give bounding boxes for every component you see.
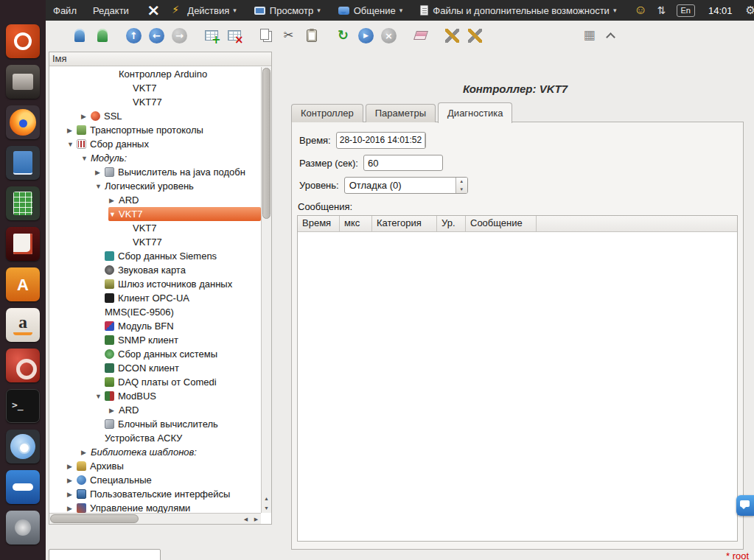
menu-file[interactable]: Файл bbox=[53, 5, 77, 16]
load-db-button[interactable] bbox=[69, 26, 89, 45]
calc-icon[interactable] bbox=[6, 186, 40, 220]
cut-button[interactable]: ✂ bbox=[279, 26, 299, 45]
expander-icon[interactable]: ▶ bbox=[66, 477, 77, 484]
combo-dropdown-icon[interactable]: ▾ bbox=[425, 133, 426, 148]
tree-item[interactable]: ▼ModBUS bbox=[94, 389, 261, 403]
tools-button-1[interactable] bbox=[442, 26, 462, 45]
collapse-toolbar-button[interactable] bbox=[601, 26, 621, 45]
expander-icon[interactable]: ▼ bbox=[94, 183, 105, 190]
column-header[interactable]: Сообщение bbox=[466, 216, 537, 231]
back-button[interactable]: ← bbox=[147, 26, 167, 45]
table-view-button[interactable]: ▦ bbox=[579, 26, 599, 45]
terminal-icon[interactable] bbox=[6, 389, 40, 423]
close-window-icon[interactable]: × bbox=[147, 2, 160, 18]
tree-item[interactable]: ▶Специальные bbox=[66, 473, 261, 487]
chat-bubble-button[interactable] bbox=[736, 495, 754, 516]
tree-item[interactable]: VKT7 bbox=[122, 221, 261, 235]
tree-item[interactable]: ▶Библиотека шаблонов: bbox=[80, 445, 261, 459]
spin-up-icon[interactable]: ▲ bbox=[456, 178, 467, 186]
start-button[interactable]: ▶ bbox=[356, 26, 376, 45]
refresh-button[interactable]: ↻ bbox=[333, 26, 353, 45]
expander-icon[interactable]: ▶ bbox=[108, 407, 119, 414]
spin-buttons[interactable]: ▲ ▼ bbox=[455, 178, 467, 193]
column-header[interactable]: мкс bbox=[340, 216, 372, 231]
clear-button[interactable] bbox=[411, 26, 430, 45]
settings-icon[interactable] bbox=[6, 349, 40, 382]
software-center-icon[interactable] bbox=[6, 267, 40, 301]
chromium-icon[interactable] bbox=[6, 430, 40, 463]
expander-icon[interactable]: ▶ bbox=[80, 449, 91, 456]
tree-item[interactable]: ▶ARD bbox=[108, 403, 261, 417]
tree-item[interactable]: ▶Управление модулями bbox=[66, 501, 261, 513]
tree-column-header[interactable]: Імя bbox=[49, 52, 271, 66]
expander-icon[interactable]: ▶ bbox=[66, 491, 77, 498]
expander-icon[interactable]: ▶ bbox=[80, 113, 91, 120]
forward-button[interactable]: → bbox=[170, 26, 189, 45]
tree-item[interactable]: ▼Логический уровень bbox=[94, 179, 261, 193]
menu-files-extra[interactable]: Файлы и дополнительные возможности▾ bbox=[420, 5, 616, 16]
menu-view[interactable]: Просмотр▾ bbox=[254, 5, 321, 16]
session-gear-icon[interactable]: ⚙ bbox=[746, 4, 754, 17]
tree-item[interactable]: ▶SSL bbox=[80, 109, 261, 123]
expander-icon[interactable]: ▶ bbox=[66, 463, 77, 470]
time-combobox[interactable]: 28-10-2016 14:01:52 ▾ bbox=[336, 132, 426, 149]
text-entry-indicator-icon[interactable]: ⇅ bbox=[657, 4, 666, 16]
level-spinbox[interactable]: Отладка (0) ▲ ▼ bbox=[344, 177, 468, 194]
tree-item[interactable]: DCON клиент bbox=[94, 361, 261, 375]
expander-icon[interactable]: ▶ bbox=[94, 169, 105, 176]
expander-icon[interactable]: ▶ bbox=[66, 127, 77, 134]
tree-item[interactable]: Звуковая карта bbox=[94, 263, 261, 277]
tree-item[interactable]: Клиент OPC-UA bbox=[94, 291, 261, 305]
tree-item[interactable]: ▶Пользовательские интерфейсы bbox=[66, 487, 261, 501]
tree-item[interactable]: Контроллер Arduino bbox=[108, 67, 261, 81]
scroll-left-icon[interactable]: ◀ bbox=[241, 514, 251, 524]
save-db-button[interactable] bbox=[92, 26, 112, 45]
firefox-icon[interactable] bbox=[6, 105, 40, 139]
smiley-indicator-icon[interactable]: ☺ bbox=[634, 3, 646, 18]
column-header[interactable]: Ур. bbox=[437, 216, 466, 231]
writer-icon[interactable] bbox=[6, 146, 40, 180]
tree-item[interactable]: Сбор данных Siemens bbox=[94, 249, 261, 263]
tree-item[interactable]: VKT77 bbox=[122, 235, 261, 249]
stop-button[interactable]: × bbox=[379, 26, 399, 45]
tree-item[interactable]: ▶Транспортные протоколы bbox=[66, 123, 261, 137]
expander-icon[interactable]: ▼ bbox=[108, 211, 119, 218]
size-input[interactable] bbox=[363, 155, 443, 171]
tree-item[interactable]: ▼Сбор данных bbox=[66, 137, 261, 151]
tree-item[interactable]: MMS(IEC-9506) bbox=[94, 305, 261, 319]
amazon-icon[interactable] bbox=[6, 308, 40, 342]
expander-icon[interactable]: ▼ bbox=[80, 155, 91, 162]
tab-parameters[interactable]: Параметры bbox=[366, 104, 436, 122]
scroll-right-icon[interactable]: ▶ bbox=[251, 514, 261, 524]
status-input[interactable] bbox=[49, 549, 161, 560]
tree-item[interactable]: Модуль BFN bbox=[94, 319, 261, 333]
tree-item[interactable]: VKT77 bbox=[122, 95, 261, 109]
paste-button[interactable] bbox=[301, 26, 321, 45]
copy-button[interactable] bbox=[256, 26, 276, 45]
impress-icon[interactable] bbox=[6, 227, 40, 261]
column-header[interactable]: Время bbox=[298, 216, 340, 231]
tree-item[interactable]: Сбор данных системы bbox=[94, 347, 261, 361]
tree-item[interactable]: ▶Архивы bbox=[66, 459, 261, 473]
scroll-up-icon[interactable]: ▲ bbox=[262, 494, 271, 503]
up-button[interactable]: ↑ bbox=[124, 26, 144, 45]
hscrollbar-thumb[interactable] bbox=[50, 514, 139, 523]
tree-item[interactable]: VKT7 bbox=[122, 81, 261, 95]
expander-icon[interactable]: ▼ bbox=[66, 141, 77, 148]
expander-icon[interactable]: ▼ bbox=[94, 393, 105, 400]
tree-item[interactable]: Блочный вычислитель bbox=[94, 417, 261, 431]
tab-diagnostics[interactable]: Диагностика bbox=[438, 102, 512, 123]
ubuntu-launcher-icon[interactable] bbox=[6, 24, 40, 58]
tree-item[interactable]: Устройства АСКУ bbox=[94, 431, 261, 445]
expander-icon[interactable]: ▶ bbox=[66, 505, 77, 512]
tree-item[interactable]: ▼VKT7 bbox=[108, 207, 261, 221]
keyboard-layout-indicator[interactable]: En bbox=[677, 4, 695, 17]
disk-icon[interactable] bbox=[6, 511, 40, 545]
tree-item[interactable]: DAQ платы от Comedi bbox=[94, 375, 261, 389]
tree-vertical-scrollbar[interactable]: ▲ ▼ bbox=[261, 67, 271, 513]
expander-icon[interactable]: ▶ bbox=[108, 197, 119, 204]
scroll-down-icon[interactable]: ▼ bbox=[262, 503, 271, 513]
tools-button-2[interactable] bbox=[465, 26, 485, 45]
teamviewer-icon[interactable] bbox=[6, 470, 40, 504]
tree-item[interactable]: SNMP клиент bbox=[94, 333, 261, 347]
